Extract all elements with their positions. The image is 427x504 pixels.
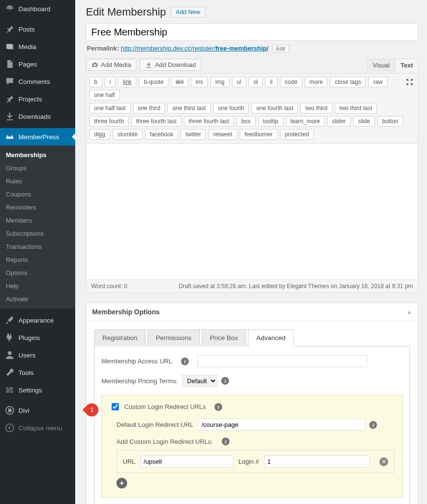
login-num-input[interactable] [264,455,370,468]
info-icon[interactable]: i [181,358,189,365]
quicktag-two-third-last[interactable]: two third last [335,103,377,114]
quicktag-b-quote[interactable]: b-quote [139,77,168,87]
tab-advanced[interactable]: Advanced [248,329,294,346]
quicktag-learn-more[interactable]: learn_more [286,116,325,127]
sidebar-item-downloads[interactable]: Downloads [0,108,75,125]
add-download-button[interactable]: Add Download [140,59,201,71]
sidebar-item-tools[interactable]: Tools [0,364,75,381]
quicktag-i[interactable]: i [105,77,116,87]
quicktag-slide[interactable]: slide [353,116,375,127]
info-icon[interactable]: i [369,421,377,429]
submenu-members[interactable]: Members [0,214,75,227]
quicktag-raw[interactable]: raw [368,77,387,87]
editor-textarea[interactable] [86,144,418,279]
tab-permissions[interactable]: Permissions [148,329,200,346]
submenu-rules[interactable]: Rules [0,175,75,188]
sidebar-item-label: Downloads [18,113,51,120]
editor-tab-text[interactable]: Text [395,59,418,71]
sidebar-item-posts[interactable]: Posts [0,20,75,38]
quicktag-stumble[interactable]: stumble [113,129,143,140]
permalink-link[interactable]: http://membership.dev.cc/register/free-m… [121,45,268,52]
submenu-memberships[interactable]: Memberships [0,148,75,162]
quicktag-img[interactable]: img [210,77,229,87]
quicktag-one-third[interactable]: one third [133,103,165,114]
quicktag-feedburner[interactable]: feedburner [240,129,278,140]
quicktag-facebook[interactable]: facebook [145,129,179,140]
pricing-terms-select[interactable]: Default [182,375,217,387]
tab-price-box[interactable]: Price Box [202,329,246,346]
quicktag-three-fourth-last[interactable]: three fourth last [131,116,181,127]
quicktag-one-half[interactable]: one half [89,90,120,100]
permalink-edit-button[interactable]: Edit [272,45,289,52]
quicktag-digg[interactable]: digg [89,129,110,140]
quicktag-one-fourth-last[interactable]: one fourth last [251,103,298,114]
sidebar-item-collapse[interactable]: Collapse menu [0,419,75,437]
quicktag-twitter[interactable]: twitter [181,129,206,140]
quicktag-del[interactable]: del [171,77,188,87]
submenu-activate[interactable]: Activate [0,293,75,306]
metabox-header[interactable]: Membership Options ▲ [86,303,418,321]
access-url-input[interactable] [197,355,367,367]
remove-row-button[interactable]: ✕ [379,457,388,466]
sidebar-item-divi[interactable]: Divi [0,402,75,419]
sidebar-item-comments[interactable]: Comments [0,73,75,90]
sidebar-item-users[interactable]: Users [0,346,75,364]
pricing-terms-row: Membership Pricing Terms: Default i [101,375,403,387]
quicktag-three-fourth[interactable]: three fourth [89,116,129,127]
editor-tab-visual[interactable]: Visual [367,59,395,71]
quicktag-box[interactable]: box [236,116,255,127]
info-icon[interactable]: i [222,438,230,445]
quicktag-three-fourth-last[interactable]: three fourth last [184,116,234,127]
quicktag-tooltip[interactable]: tooltip [258,116,283,127]
quicktag-one-half-last[interactable]: one half last [89,103,131,114]
tab-registration[interactable]: Registration [94,329,146,346]
dashboard-icon [5,4,15,14]
sidebar-item-pages[interactable]: Pages [0,55,75,73]
submenu-reminders[interactable]: Reminders [0,201,75,214]
submenu-subscriptions[interactable]: Subscriptions [0,227,75,240]
submenu-groups[interactable]: Groups [0,162,75,175]
quicktag-button[interactable]: button [378,116,403,127]
quicktag-retweet[interactable]: retweet [208,129,237,140]
sidebar-item-label: Users [18,352,35,359]
submenu-reports[interactable]: Reports [0,253,75,266]
wrench-icon [5,368,15,377]
submenu-coupons[interactable]: Coupons [0,188,75,201]
quicktag-ol[interactable]: ol [248,77,263,87]
fullscreen-icon[interactable] [405,78,414,86]
quicktag-ins[interactable]: ins [191,77,208,87]
quicktag-two-third[interactable]: two third [300,103,332,114]
sidebar-item-dashboard[interactable]: Dashboard [0,0,75,17]
submenu-help[interactable]: Help [0,279,75,293]
sidebar-item-appearance[interactable]: Appearance [0,311,75,329]
quicktag-link[interactable]: link [118,77,136,87]
quicktag-more[interactable]: more [305,77,328,87]
info-icon[interactable]: i [214,403,222,411]
custom-redirect-checkbox[interactable] [112,403,119,410]
sidebar-item-projects[interactable]: Projects [0,90,75,108]
metabox-toggle-icon[interactable]: ▲ [407,309,412,315]
quicktag-protected[interactable]: protected [280,129,314,140]
brush-icon [5,315,15,325]
quicktag-b[interactable]: b [89,77,102,87]
quicktag-ul[interactable]: ul [232,77,246,87]
redirect-url-input[interactable] [140,455,233,468]
default-redirect-input[interactable] [198,419,365,431]
submenu-transactions[interactable]: Transactions [0,240,75,253]
submenu-options[interactable]: Options [0,266,75,279]
quicktag-close-tags[interactable]: close tags [330,77,366,87]
quicktag-one-third-last[interactable]: one third last [167,103,211,114]
quicktag-li[interactable]: li [265,77,277,87]
sidebar-item-memberpress[interactable]: MemberPress [0,128,75,146]
add-new-button[interactable]: Add New [171,7,205,17]
sidebar-item-settings[interactable]: Settings [0,381,75,399]
info-icon[interactable]: i [221,377,229,385]
sidebar-item-plugins[interactable]: Plugins [0,329,75,346]
add-row-button[interactable]: + [116,478,127,488]
sidebar-item-media[interactable]: Media [0,38,75,55]
quicktag-slider[interactable]: slider [327,116,351,127]
add-media-button[interactable]: Add Media [86,59,136,71]
quicktag-code[interactable]: code [280,77,302,87]
quicktag-one-fourth[interactable]: one fourth [213,103,249,114]
post-title-input[interactable] [86,23,418,41]
